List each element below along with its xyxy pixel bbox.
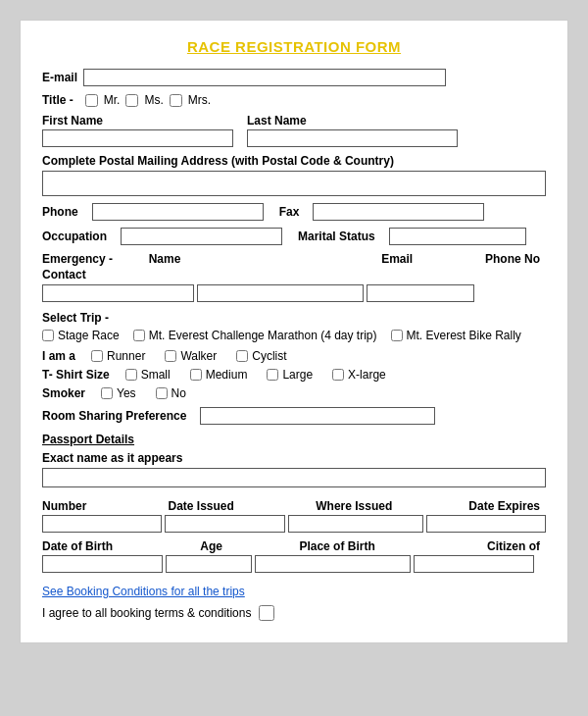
ms-checkbox[interactable] bbox=[125, 94, 138, 107]
name-col-label: Name bbox=[145, 252, 310, 282]
room-sharing-label: Room Sharing Preference bbox=[42, 409, 186, 423]
trip-options: Stage Race Mt. Everest Challenge Maratho… bbox=[42, 329, 546, 342]
dob-headers: Date of Birth Age Place of Birth Citizen… bbox=[42, 539, 546, 553]
passport-table-inputs bbox=[42, 515, 546, 533]
mt-everest-checkbox[interactable] bbox=[133, 330, 145, 341]
fax-input[interactable] bbox=[313, 203, 484, 221]
xlarge-label: X-large bbox=[348, 368, 386, 382]
emergency-header: Emergency -Contact Name Email Phone No bbox=[42, 252, 546, 282]
cyclist-option: Cyclist bbox=[236, 349, 286, 363]
first-name-label: First Name bbox=[42, 114, 233, 128]
yes-checkbox[interactable] bbox=[101, 387, 113, 399]
mt-everest-label: Mt. Everest Challenge Marathon (4 day tr… bbox=[149, 329, 377, 342]
email-input[interactable] bbox=[83, 69, 446, 86]
tshirt-row: T- Shirt Size Small Medium Large X-large bbox=[42, 368, 546, 382]
occupation-label: Occupation bbox=[42, 230, 107, 243]
postal-label: Complete Postal Mailing Address (with Po… bbox=[42, 154, 540, 168]
iam-row: I am a Runner Walker Cyclist bbox=[42, 349, 546, 363]
place-of-birth-input[interactable] bbox=[255, 555, 411, 573]
mr-label: Mr. bbox=[104, 93, 121, 107]
iam-label: I am a bbox=[42, 349, 75, 363]
runner-option: Runner bbox=[91, 349, 145, 363]
stage-race-label: Stage Race bbox=[58, 329, 120, 342]
email-col-label: Email bbox=[315, 252, 479, 282]
phone-input[interactable] bbox=[92, 203, 264, 221]
number-header: Number bbox=[42, 499, 163, 513]
no-option: No bbox=[156, 386, 186, 400]
last-name-input[interactable] bbox=[247, 129, 458, 147]
xlarge-checkbox[interactable] bbox=[332, 369, 344, 381]
large-label: Large bbox=[282, 368, 313, 382]
medium-checkbox[interactable] bbox=[190, 369, 202, 381]
passport-table: Number Date Issued Where Issued Date Exp… bbox=[42, 499, 546, 533]
date-expires-header: Date Expires bbox=[420, 499, 541, 513]
exact-name-label: Exact name as it appears bbox=[42, 451, 540, 465]
mt-everest-option: Mt. Everest Challenge Marathon (4 day tr… bbox=[133, 329, 377, 342]
occ-marital-row: Occupation Marital Status bbox=[42, 228, 546, 245]
small-checkbox[interactable] bbox=[125, 369, 137, 381]
cyclist-checkbox[interactable] bbox=[236, 350, 248, 362]
mrs-checkbox[interactable] bbox=[170, 94, 182, 107]
passport-details-section: Passport Details Exact name as it appear… bbox=[42, 433, 546, 494]
first-name-input[interactable] bbox=[42, 129, 233, 147]
phone-no-col-label: Phone No bbox=[485, 252, 540, 282]
cyclist-label: Cyclist bbox=[252, 349, 286, 363]
age-input[interactable] bbox=[166, 555, 251, 573]
smoker-label: Smoker bbox=[42, 386, 85, 400]
room-sharing-row: Room Sharing Preference bbox=[42, 407, 546, 425]
dob-header: Date of Birth bbox=[42, 539, 163, 553]
emergency-email-input[interactable] bbox=[197, 284, 364, 302]
mr-checkbox[interactable] bbox=[85, 94, 98, 107]
no-checkbox[interactable] bbox=[156, 387, 168, 399]
last-name-label: Last Name bbox=[247, 114, 458, 128]
emergency-label: Emergency -Contact bbox=[42, 252, 139, 282]
booking-link[interactable]: See Booking Conditions for all the trips bbox=[42, 585, 245, 598]
mt-bike-option: Mt. Everest Bike Rally bbox=[391, 329, 521, 342]
place-of-birth-header: Place of Birth bbox=[261, 539, 415, 553]
citizen-of-input[interactable] bbox=[414, 555, 534, 573]
dob-input[interactable] bbox=[42, 555, 163, 573]
marital-input[interactable] bbox=[389, 228, 526, 245]
small-option: Small bbox=[125, 368, 171, 382]
where-issued-input[interactable] bbox=[288, 515, 423, 533]
mt-bike-checkbox[interactable] bbox=[391, 330, 403, 341]
walker-checkbox[interactable] bbox=[165, 350, 176, 362]
emergency-phone-input[interactable] bbox=[367, 284, 474, 302]
passport-details-label: Passport Details bbox=[42, 433, 546, 446]
tshirt-label: T- Shirt Size bbox=[42, 368, 110, 382]
passport-number-input[interactable] bbox=[42, 515, 162, 533]
walker-option: Walker bbox=[165, 349, 217, 363]
first-name-col: First Name bbox=[42, 114, 233, 147]
select-trip-label: Select Trip - bbox=[42, 311, 540, 325]
where-issued-header: Where Issued bbox=[294, 499, 415, 513]
medium-option: Medium bbox=[190, 368, 248, 382]
stage-race-option: Stage Race bbox=[42, 329, 120, 342]
emergency-inputs bbox=[42, 284, 546, 302]
mrs-label: Mrs. bbox=[188, 93, 211, 107]
date-issued-header: Date Issued bbox=[169, 499, 289, 513]
agree-checkbox[interactable] bbox=[259, 605, 274, 621]
room-sharing-input[interactable] bbox=[200, 407, 435, 425]
runner-checkbox[interactable] bbox=[91, 350, 103, 362]
occupation-input[interactable] bbox=[121, 228, 282, 245]
yes-label: Yes bbox=[117, 386, 136, 400]
phone-fax-row: Phone Fax bbox=[42, 203, 546, 221]
age-header: Age bbox=[169, 539, 255, 553]
postal-row: Complete Postal Mailing Address (with Po… bbox=[42, 154, 546, 196]
large-checkbox[interactable] bbox=[267, 369, 278, 381]
stage-race-checkbox[interactable] bbox=[42, 330, 54, 341]
walker-label: Walker bbox=[180, 349, 217, 363]
date-expires-input[interactable] bbox=[426, 515, 546, 533]
emergency-name-input[interactable] bbox=[42, 284, 194, 302]
postal-input[interactable] bbox=[42, 171, 546, 196]
smoker-row: Smoker Yes No bbox=[42, 386, 546, 400]
fax-label: Fax bbox=[279, 205, 300, 219]
form-title: RACE REGISTRATION FORM bbox=[42, 38, 546, 55]
date-issued-input[interactable] bbox=[165, 515, 284, 533]
select-trip-section: Select Trip - Stage Race Mt. Everest Cha… bbox=[42, 311, 546, 342]
agree-row: I agree to all booking terms & condition… bbox=[42, 605, 546, 621]
name-row: First Name Last Name bbox=[42, 114, 546, 147]
runner-label: Runner bbox=[107, 349, 145, 363]
small-label: Small bbox=[141, 368, 171, 382]
exact-name-input[interactable] bbox=[42, 468, 546, 487]
